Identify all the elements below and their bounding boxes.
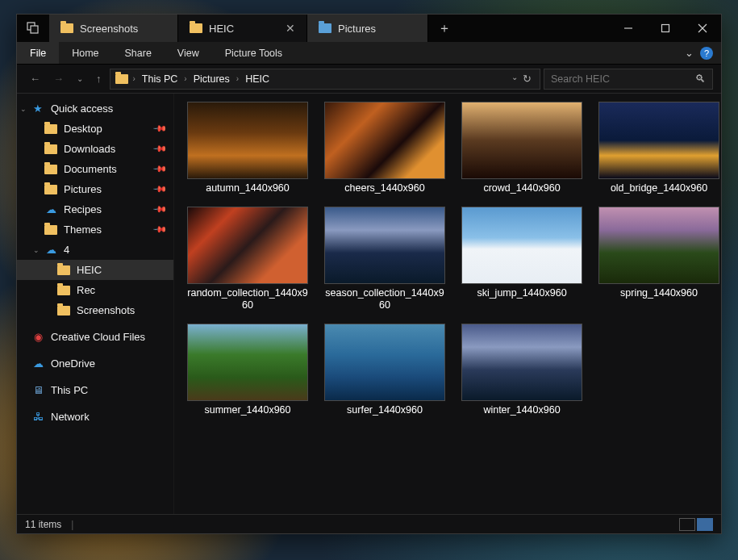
folder-icon <box>115 74 128 84</box>
search-box[interactable]: 🔍︎ <box>544 69 713 90</box>
ribbon-view[interactable]: View <box>165 42 212 64</box>
crumb-this-pc[interactable]: This PC <box>139 73 181 85</box>
sidebar-item-label: This PC <box>51 384 88 396</box>
sidebar-this-pc[interactable]: 🖥 This PC <box>17 380 173 400</box>
pc-icon: 🖥 <box>31 385 44 396</box>
refresh-icon[interactable]: ↻ <box>523 73 532 85</box>
file-menu[interactable]: File <box>17 42 59 64</box>
sidebar-item-documents[interactable]: Documents📌 <box>17 159 173 179</box>
thumbnail <box>461 324 582 401</box>
thumbnail <box>324 207 445 284</box>
sidebar-item-rec[interactable]: Rec <box>17 280 173 300</box>
ribbon-expand-icon[interactable]: ⌄ <box>685 47 694 59</box>
svg-rect-1 <box>31 26 38 33</box>
sidebar-item-heic[interactable]: HEIC <box>17 260 173 280</box>
file-item[interactable]: winter_1440x960 <box>460 324 584 417</box>
maximize-button[interactable] <box>647 15 684 42</box>
file-grid: autumn_1440x960cheers_1440x960crowd_1440… <box>186 102 710 417</box>
breadcrumb-dropdown-icon[interactable]: ⌄ <box>511 73 518 85</box>
address-bar: ← → ⌄ ↑ › This PC › Pictures › HEIC ⌄ ↻ … <box>17 65 721 94</box>
tab-heic[interactable]: HEIC ✕ <box>178 15 307 42</box>
file-item[interactable]: old_bridge_1440x960 <box>597 102 721 195</box>
sidebar-item-pictures[interactable]: Pictures📌 <box>17 179 173 199</box>
sidebar-item-desktop[interactable]: Desktop📌 <box>17 119 173 139</box>
crumb-pictures[interactable]: Pictures <box>190 73 233 85</box>
pin-icon: 📌 <box>152 161 167 177</box>
chevron-right-icon[interactable]: › <box>236 74 239 83</box>
status-divider: | <box>71 519 73 530</box>
file-item[interactable]: cheers_1440x960 <box>323 102 447 195</box>
sidebar-item-label: Downloads <box>64 143 115 155</box>
file-name: ski_jump_1440x960 <box>477 287 566 300</box>
sidebar-network[interactable]: 🖧 Network <box>17 407 173 427</box>
sidebar-item-label: Creative Cloud Files <box>51 331 145 343</box>
cloud-icon: ☁ <box>44 204 57 215</box>
file-name: summer_1440x960 <box>204 404 290 417</box>
status-bar: 11 items | <box>17 514 721 533</box>
sidebar-item-label: Desktop <box>64 123 102 135</box>
sidebar-recent-group[interactable]: ⌄ ☁ 4 <box>17 240 173 260</box>
tab-label: Pictures <box>338 23 376 35</box>
help-icon[interactable]: ? <box>700 47 713 60</box>
thumbnail <box>187 324 308 401</box>
file-item[interactable]: spring_1440x960 <box>597 207 721 312</box>
sidebar-item-label: Quick access <box>51 102 113 115</box>
file-item[interactable]: autumn_1440x960 <box>186 102 310 195</box>
file-item[interactable]: crowd_1440x960 <box>460 102 584 195</box>
sidebar-creative-cloud[interactable]: ◉ Creative Cloud Files <box>17 327 173 347</box>
search-input[interactable] <box>551 73 695 85</box>
folder-icon <box>319 23 331 33</box>
up-button[interactable]: ↑ <box>91 69 106 88</box>
sidebar-item-label: Screenshots <box>77 304 135 316</box>
chevron-down-icon[interactable]: ⌄ <box>20 105 27 113</box>
back-button[interactable]: ← <box>25 69 45 88</box>
sidebar-item-label: Rec <box>77 284 95 296</box>
svg-rect-3 <box>662 25 669 32</box>
close-icon[interactable]: ✕ <box>286 22 295 35</box>
forward-button[interactable]: → <box>48 69 69 88</box>
ribbon-home[interactable]: Home <box>59 42 111 64</box>
breadcrumb[interactable]: › This PC › Pictures › HEIC ⌄ ↻ <box>110 69 541 90</box>
ribbon-picture-tools[interactable]: Picture Tools <box>212 42 295 64</box>
pin-icon: 📌 <box>152 222 167 237</box>
crumb-heic[interactable]: HEIC <box>242 73 273 85</box>
new-tab-button[interactable]: ＋ <box>428 15 461 42</box>
thumbnail <box>598 207 719 284</box>
minimize-button[interactable] <box>610 15 647 42</box>
status-text: 11 items <box>25 519 61 530</box>
sidebar-item-label: Themes <box>64 224 102 236</box>
recent-dropdown-icon[interactable]: ⌄ <box>72 71 88 86</box>
details-view-button[interactable] <box>679 518 695 531</box>
ribbon-share[interactable]: Share <box>112 42 165 64</box>
sidebar-item-downloads[interactable]: Downloads📌 <box>17 139 173 159</box>
file-item[interactable]: random_collection_1440x960 <box>186 207 310 312</box>
chevron-down-icon[interactable]: ⌄ <box>33 246 40 254</box>
file-item[interactable]: surfer_1440x960 <box>323 324 447 417</box>
file-explorer-window: Screenshots HEIC ✕ Pictures ＋ File Home … <box>16 14 722 534</box>
thumbnails-view-button[interactable] <box>697 518 713 531</box>
tab-pictures[interactable]: Pictures <box>307 15 428 42</box>
tab-screenshots[interactable]: Screenshots <box>49 15 178 42</box>
sidebar-item-label: Network <box>51 411 90 423</box>
content-area[interactable]: autumn_1440x960cheers_1440x960crowd_1440… <box>174 94 721 514</box>
sidebar-item-recipes[interactable]: ☁Recipes📌 <box>17 199 173 219</box>
star-icon: ★ <box>31 103 44 115</box>
chevron-right-icon[interactable]: › <box>184 74 186 83</box>
file-item[interactable]: season_collection_1440x960 <box>323 207 447 312</box>
folder-icon <box>44 164 57 175</box>
thumbnail <box>324 324 445 401</box>
chevron-right-icon[interactable]: › <box>133 74 136 83</box>
file-name: autumn_1440x960 <box>206 182 290 195</box>
file-item[interactable]: summer_1440x960 <box>186 324 310 417</box>
file-item[interactable]: ski_jump_1440x960 <box>460 207 584 312</box>
tab-overview-icon[interactable] <box>17 15 49 42</box>
sidebar-quick-access[interactable]: ⌄ ★ Quick access <box>17 98 173 119</box>
pin-icon: 📌 <box>152 141 167 157</box>
close-button[interactable] <box>684 15 721 42</box>
search-icon[interactable]: 🔍︎ <box>695 73 706 85</box>
sidebar-item-screenshots[interactable]: Screenshots <box>17 300 173 320</box>
file-name: surfer_1440x960 <box>347 404 423 417</box>
sidebar-onedrive[interactable]: ☁ OneDrive <box>17 353 173 374</box>
sidebar-item-themes[interactable]: Themes📌 <box>17 219 173 240</box>
folder-icon <box>57 285 70 296</box>
